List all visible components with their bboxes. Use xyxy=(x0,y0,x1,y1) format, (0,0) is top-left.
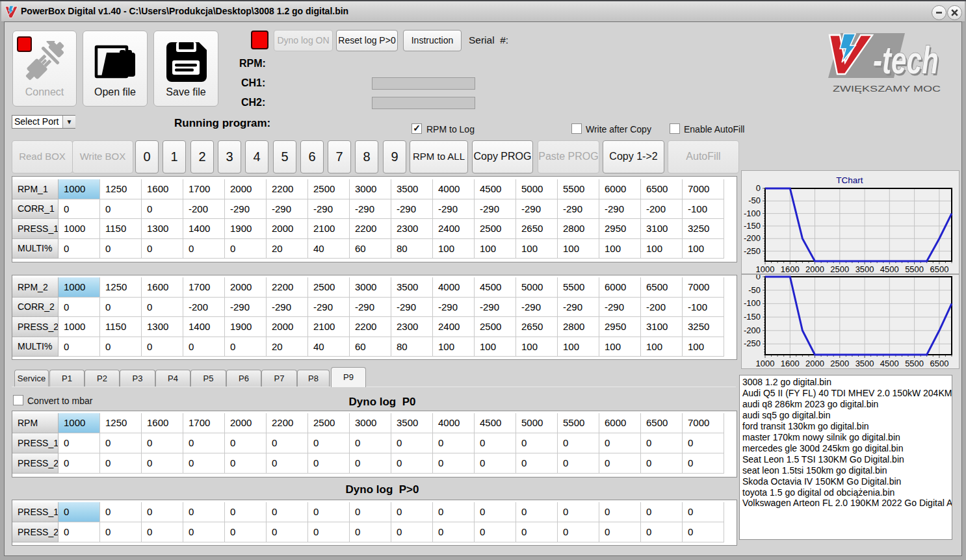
svg-text:-100: -100 xyxy=(744,298,761,308)
svg-text:-200: -200 xyxy=(744,233,761,243)
svg-text:6500: 6500 xyxy=(930,264,948,274)
svg-text:-100: -100 xyxy=(744,209,761,218)
svg-text:2000: 2000 xyxy=(805,359,824,368)
svg-text:3500: 3500 xyxy=(855,264,874,274)
svg-text:1600: 1600 xyxy=(781,264,800,274)
svg-text:ZWIĘKSZAMY MOC: ZWIĘKSZAMY MOC xyxy=(833,84,941,94)
svg-text:-150: -150 xyxy=(744,221,761,231)
svg-text:TChart: TChart xyxy=(836,175,863,185)
svg-text:5500: 5500 xyxy=(905,359,924,368)
svg-text:0: 0 xyxy=(756,183,761,193)
svg-text:4500: 4500 xyxy=(880,359,899,368)
svg-text:-50: -50 xyxy=(748,196,761,205)
svg-text:2500: 2500 xyxy=(830,264,849,274)
svg-text:1000: 1000 xyxy=(756,359,775,368)
svg-text:-50: -50 xyxy=(748,285,761,295)
svg-text:2000: 2000 xyxy=(805,264,824,274)
svg-text:1600: 1600 xyxy=(781,359,800,368)
svg-text:5500: 5500 xyxy=(905,264,924,274)
svg-text:1000: 1000 xyxy=(756,264,775,274)
svg-text:-150: -150 xyxy=(744,312,761,322)
svg-text:-250: -250 xyxy=(744,338,761,348)
svg-text:3500: 3500 xyxy=(855,359,874,368)
svg-text:4500: 4500 xyxy=(880,264,899,274)
svg-text:-200: -200 xyxy=(744,325,761,335)
svg-text:6500: 6500 xyxy=(930,359,948,368)
svg-text:0: 0 xyxy=(756,275,761,281)
svg-text:-250: -250 xyxy=(744,246,761,256)
svg-text:2500: 2500 xyxy=(830,359,849,368)
svg-text:-tech: -tech xyxy=(873,38,939,82)
